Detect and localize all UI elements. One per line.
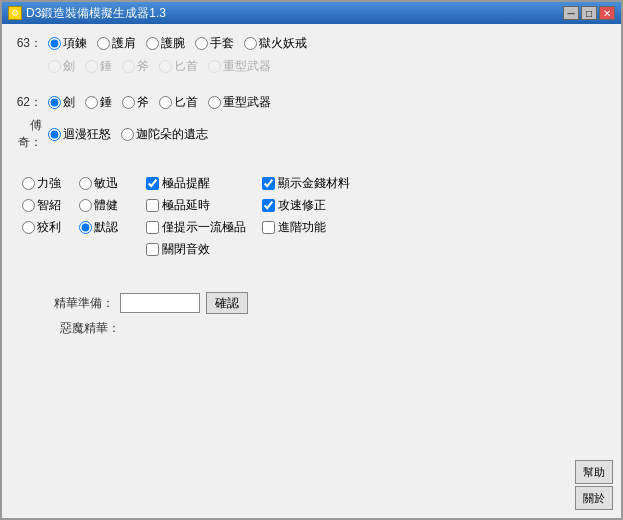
- radio-63-dagger[interactable]: 匕首: [159, 58, 198, 75]
- sub-label-row: 惡魔精華：: [60, 320, 609, 337]
- demon-label: 惡魔精華：: [60, 320, 120, 337]
- help-button[interactable]: 幫助: [575, 460, 613, 484]
- close-button[interactable]: ✕: [599, 6, 615, 20]
- radio-attr-agility[interactable]: 敏迅: [79, 175, 118, 192]
- radio-attr-dex[interactable]: 狡利: [22, 219, 61, 236]
- cb-attack-speed[interactable]: 攻速修正: [262, 197, 350, 214]
- attr-col-2: 敏迅 體健 默認: [79, 175, 118, 258]
- cb-sound-off[interactable]: 關閉音效: [146, 241, 246, 258]
- radio-fushi-2[interactable]: 迦陀朵的遺志: [121, 126, 208, 143]
- window-icon: ⚙: [8, 6, 22, 20]
- radio-63-wrist[interactable]: 護腕: [146, 35, 185, 52]
- about-button[interactable]: 關於: [575, 486, 613, 510]
- minimize-button[interactable]: ─: [563, 6, 579, 20]
- radio-63-necklace[interactable]: 項鍊: [48, 35, 87, 52]
- radio-fushi-1[interactable]: 迴漫狂怒: [48, 126, 111, 143]
- row-63-options: 項鍊 護肩 護腕 手套: [48, 35, 307, 52]
- window-title: D3鍛造裝備模擬生成器1.3: [26, 5, 166, 22]
- row-62-options: 劍 錘 斧 匕首 重型武: [48, 94, 271, 111]
- radio-63-axe[interactable]: 斧: [122, 58, 149, 75]
- radio-63-sword[interactable]: 劍: [48, 58, 75, 75]
- row-62-label: 62：: [14, 94, 42, 111]
- radio-62-sword[interactable]: 劍: [48, 94, 75, 111]
- radio-attr-strength[interactable]: 力強: [22, 175, 61, 192]
- checkbox-col-2: 顯示金錢材料 攻速修正 進階功能: [262, 175, 350, 258]
- row-62: 62： 劍 錘 斧 匕首: [14, 91, 609, 113]
- input-section: 精華準備： 確認: [54, 292, 609, 314]
- attr-col-1: 力強 智紹 狡利: [22, 175, 61, 258]
- radio-63-shoulder[interactable]: 護肩: [97, 35, 136, 52]
- radio-attr-wisdom[interactable]: 智紹: [22, 197, 61, 214]
- row-63-sub: 劍 錘 斧 匕首 重型武器: [48, 58, 609, 75]
- radio-63-ring[interactable]: 獄火妖戒: [244, 35, 307, 52]
- confirm-button[interactable]: 確認: [206, 292, 248, 314]
- maximize-button[interactable]: □: [581, 6, 597, 20]
- cb-show-top[interactable]: 僅提示一流極品: [146, 219, 246, 236]
- radio-63-hammer[interactable]: 錘: [85, 58, 112, 75]
- options-section: 力強 智紹 狡利 敏迅: [14, 175, 609, 258]
- checkbox-col-1: 極品提醒 極品延時 僅提示一流極品 關閉音效: [146, 175, 246, 258]
- jinghua-input[interactable]: [120, 293, 200, 313]
- radio-62-dagger[interactable]: 匕首: [159, 94, 198, 111]
- radio-63-heavy[interactable]: 重型武器: [208, 58, 271, 75]
- row-63: 63： 項鍊 護肩 護腕 手: [14, 32, 609, 54]
- cb-top-remind[interactable]: 極品提醒: [146, 175, 246, 192]
- input-label: 精華準備：: [54, 295, 114, 312]
- bottom-buttons: 幫助 關於: [575, 460, 613, 510]
- fushi-options: 迴漫狂怒 迦陀朵的遺志: [48, 126, 208, 143]
- radio-62-axe[interactable]: 斧: [122, 94, 149, 111]
- title-bar: ⚙ D3鍛造裝備模擬生成器1.3 ─ □ ✕: [2, 2, 621, 24]
- radio-attr-health[interactable]: 體健: [79, 197, 118, 214]
- cb-show-gold[interactable]: 顯示金錢材料: [262, 175, 350, 192]
- fushi-label: 傅奇：: [14, 117, 42, 151]
- row-fushi: 傅奇： 迴漫狂怒 迦陀朵的遺志: [14, 117, 609, 151]
- radio-63-glove[interactable]: 手套: [195, 35, 234, 52]
- row-63-label: 63：: [14, 35, 42, 52]
- radio-attr-default[interactable]: 默認: [79, 219, 118, 236]
- radio-62-hammer[interactable]: 錘: [85, 94, 112, 111]
- cb-advanced[interactable]: 進階功能: [262, 219, 350, 236]
- cb-top-delay[interactable]: 極品延時: [146, 197, 246, 214]
- radio-62-heavy[interactable]: 重型武器: [208, 94, 271, 111]
